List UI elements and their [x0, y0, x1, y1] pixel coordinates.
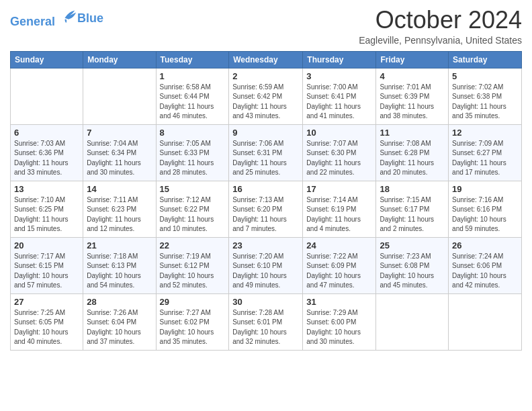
- table-row: 3Sunrise: 7:00 AM Sunset: 6:41 PM Daylig…: [303, 68, 376, 124]
- day-info: Sunrise: 7:19 AM Sunset: 6:12 PM Dayligh…: [160, 252, 226, 291]
- day-number: 5: [452, 71, 518, 81]
- table-row: 28Sunrise: 7:26 AM Sunset: 6:04 PM Dayli…: [83, 293, 156, 350]
- day-info: Sunrise: 6:58 AM Sunset: 6:44 PM Dayligh…: [160, 83, 226, 122]
- day-number: 19: [452, 184, 518, 194]
- calendar-week-1: 6Sunrise: 7:03 AM Sunset: 6:36 PM Daylig…: [11, 124, 522, 181]
- col-monday: Monday: [83, 51, 156, 68]
- day-number: 26: [452, 240, 518, 250]
- day-number: 9: [232, 128, 299, 138]
- day-info: Sunrise: 7:03 AM Sunset: 6:36 PM Dayligh…: [14, 139, 79, 178]
- day-info: Sunrise: 6:59 AM Sunset: 6:42 PM Dayligh…: [232, 83, 299, 122]
- table-row: 17Sunrise: 7:14 AM Sunset: 6:19 PM Dayli…: [303, 181, 376, 237]
- page: General Blue October 2024 Eagleville, Pe…: [0, 0, 532, 411]
- day-info: Sunrise: 7:29 AM Sunset: 6:00 PM Dayligh…: [306, 308, 372, 347]
- table-row: 4Sunrise: 7:01 AM Sunset: 6:39 PM Daylig…: [376, 68, 449, 124]
- calendar-week-4: 27Sunrise: 7:25 AM Sunset: 6:05 PM Dayli…: [11, 293, 522, 350]
- col-sunday: Sunday: [11, 51, 83, 68]
- table-row: 6Sunrise: 7:03 AM Sunset: 6:36 PM Daylig…: [11, 124, 83, 181]
- day-info: Sunrise: 7:20 AM Sunset: 6:10 PM Dayligh…: [232, 252, 299, 291]
- logo: General Blue: [10, 7, 103, 29]
- day-number: 29: [160, 297, 226, 307]
- col-saturday: Saturday: [449, 51, 522, 68]
- day-number: 14: [87, 184, 152, 194]
- day-info: Sunrise: 7:01 AM Sunset: 6:39 PM Dayligh…: [380, 83, 445, 122]
- day-info: Sunrise: 7:09 AM Sunset: 6:27 PM Dayligh…: [452, 139, 518, 178]
- table-row: 29Sunrise: 7:27 AM Sunset: 6:02 PM Dayli…: [156, 293, 229, 350]
- day-number: 28: [87, 297, 152, 307]
- day-info: Sunrise: 7:11 AM Sunset: 6:23 PM Dayligh…: [87, 195, 152, 234]
- day-number: 25: [380, 240, 445, 250]
- day-number: 12: [452, 128, 518, 138]
- day-info: Sunrise: 7:14 AM Sunset: 6:19 PM Dayligh…: [306, 195, 372, 234]
- day-info: Sunrise: 7:25 AM Sunset: 6:05 PM Dayligh…: [14, 308, 79, 347]
- day-info: Sunrise: 7:24 AM Sunset: 6:06 PM Dayligh…: [452, 252, 518, 291]
- table-row: 1Sunrise: 6:58 AM Sunset: 6:44 PM Daylig…: [156, 68, 229, 124]
- day-number: 21: [87, 240, 152, 250]
- table-row: 19Sunrise: 7:16 AM Sunset: 6:16 PM Dayli…: [449, 181, 522, 237]
- day-number: 1: [160, 71, 226, 81]
- day-info: Sunrise: 7:23 AM Sunset: 6:08 PM Dayligh…: [380, 252, 445, 291]
- day-number: 13: [14, 184, 79, 194]
- table-row: 30Sunrise: 7:28 AM Sunset: 6:01 PM Dayli…: [229, 293, 303, 350]
- table-row: 9Sunrise: 7:06 AM Sunset: 6:31 PM Daylig…: [229, 124, 303, 181]
- day-info: Sunrise: 7:18 AM Sunset: 6:13 PM Dayligh…: [87, 252, 152, 291]
- calendar-week-0: 1Sunrise: 6:58 AM Sunset: 6:44 PM Daylig…: [11, 68, 522, 124]
- day-info: Sunrise: 7:12 AM Sunset: 6:22 PM Dayligh…: [160, 195, 226, 234]
- month-title: October 2024: [359, 7, 522, 34]
- day-info: Sunrise: 7:15 AM Sunset: 6:17 PM Dayligh…: [380, 195, 445, 234]
- table-row: 11Sunrise: 7:08 AM Sunset: 6:28 PM Dayli…: [376, 124, 449, 181]
- table-row: 13Sunrise: 7:10 AM Sunset: 6:25 PM Dayli…: [11, 181, 83, 237]
- day-number: 3: [306, 71, 372, 81]
- day-number: 23: [232, 240, 299, 250]
- day-info: Sunrise: 7:22 AM Sunset: 6:09 PM Dayligh…: [306, 252, 372, 291]
- day-number: 2: [232, 71, 299, 81]
- day-info: Sunrise: 7:00 AM Sunset: 6:41 PM Dayligh…: [306, 83, 372, 122]
- location: Eagleville, Pennsylvania, United States: [359, 35, 522, 46]
- day-number: 6: [14, 128, 79, 138]
- table-row: 22Sunrise: 7:19 AM Sunset: 6:12 PM Dayli…: [156, 237, 229, 293]
- day-number: 17: [306, 184, 372, 194]
- day-info: Sunrise: 7:05 AM Sunset: 6:33 PM Dayligh…: [160, 139, 226, 178]
- title-section: October 2024 Eagleville, Pennsylvania, U…: [359, 7, 522, 46]
- day-info: Sunrise: 7:08 AM Sunset: 6:28 PM Dayligh…: [380, 139, 445, 178]
- day-number: 20: [14, 240, 79, 250]
- day-number: 18: [380, 184, 445, 194]
- table-row: 5Sunrise: 7:02 AM Sunset: 6:38 PM Daylig…: [449, 68, 522, 124]
- table-row: [376, 293, 449, 350]
- table-row: 16Sunrise: 7:13 AM Sunset: 6:20 PM Dayli…: [229, 181, 303, 237]
- logo-text: General: [10, 7, 79, 29]
- table-row: 10Sunrise: 7:07 AM Sunset: 6:30 PM Dayli…: [303, 124, 376, 181]
- day-number: 16: [232, 184, 299, 194]
- day-number: 27: [14, 297, 79, 307]
- day-info: Sunrise: 7:10 AM Sunset: 6:25 PM Dayligh…: [14, 195, 79, 234]
- day-number: 11: [380, 128, 445, 138]
- day-number: 8: [160, 128, 226, 138]
- table-row: 27Sunrise: 7:25 AM Sunset: 6:05 PM Dayli…: [11, 293, 83, 350]
- table-row: 21Sunrise: 7:18 AM Sunset: 6:13 PM Dayli…: [83, 237, 156, 293]
- col-tuesday: Tuesday: [156, 51, 229, 68]
- day-number: 4: [380, 71, 445, 81]
- table-row: 20Sunrise: 7:17 AM Sunset: 6:15 PM Dayli…: [11, 237, 83, 293]
- logo-general: General: [10, 15, 55, 28]
- day-info: Sunrise: 7:26 AM Sunset: 6:04 PM Dayligh…: [87, 308, 152, 347]
- day-number: 31: [306, 297, 372, 307]
- calendar-week-2: 13Sunrise: 7:10 AM Sunset: 6:25 PM Dayli…: [11, 181, 522, 237]
- day-info: Sunrise: 7:02 AM Sunset: 6:38 PM Dayligh…: [452, 83, 518, 122]
- table-row: [11, 68, 83, 124]
- logo-blue: Blue: [77, 11, 103, 25]
- day-info: Sunrise: 7:07 AM Sunset: 6:30 PM Dayligh…: [306, 139, 372, 178]
- day-info: Sunrise: 7:27 AM Sunset: 6:02 PM Dayligh…: [160, 308, 226, 347]
- calendar: Sunday Monday Tuesday Wednesday Thursday…: [10, 51, 522, 351]
- day-number: 30: [232, 297, 299, 307]
- col-wednesday: Wednesday: [229, 51, 303, 68]
- logo-bird-icon: [60, 7, 79, 26]
- table-row: 15Sunrise: 7:12 AM Sunset: 6:22 PM Dayli…: [156, 181, 229, 237]
- table-row: 31Sunrise: 7:29 AM Sunset: 6:00 PM Dayli…: [303, 293, 376, 350]
- table-row: 23Sunrise: 7:20 AM Sunset: 6:10 PM Dayli…: [229, 237, 303, 293]
- table-row: 18Sunrise: 7:15 AM Sunset: 6:17 PM Dayli…: [376, 181, 449, 237]
- col-thursday: Thursday: [303, 51, 376, 68]
- day-number: 15: [160, 184, 226, 194]
- day-number: 7: [87, 128, 152, 138]
- table-row: 25Sunrise: 7:23 AM Sunset: 6:08 PM Dayli…: [376, 237, 449, 293]
- table-row: 2Sunrise: 6:59 AM Sunset: 6:42 PM Daylig…: [229, 68, 303, 124]
